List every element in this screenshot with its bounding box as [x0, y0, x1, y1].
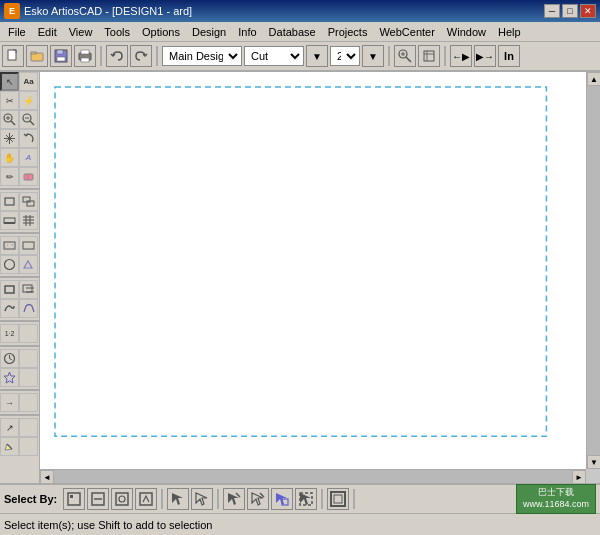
- toolbar-save[interactable]: [50, 45, 72, 67]
- tool-measure[interactable]: [19, 255, 38, 274]
- tool-grid[interactable]: [19, 211, 38, 230]
- toolbar-properties[interactable]: [418, 45, 440, 67]
- toolbar-down-arrow[interactable]: ▼: [306, 45, 328, 67]
- tool-polygon[interactable]: [0, 255, 19, 274]
- tool-blank7: [19, 437, 38, 456]
- menu-edit[interactable]: Edit: [32, 24, 63, 40]
- menu-options[interactable]: Options: [136, 24, 186, 40]
- select-by-btn-2[interactable]: [87, 488, 109, 510]
- menu-projects[interactable]: Projects: [322, 24, 374, 40]
- tool-star[interactable]: [0, 368, 19, 387]
- tool-box1[interactable]: [0, 192, 19, 211]
- app-icon: E: [4, 3, 20, 19]
- tool-rect2[interactable]: [19, 280, 38, 299]
- tool-scissors[interactable]: ✂: [0, 91, 19, 110]
- scrollbar-horizontal[interactable]: ◄ ►: [40, 469, 586, 483]
- tool-curve[interactable]: [19, 236, 38, 255]
- watermark-line1: 巴士下载: [523, 487, 589, 499]
- toolbar-sep-3: [388, 46, 390, 66]
- tool-rect[interactable]: [0, 280, 19, 299]
- tool-number[interactable]: 1·2: [0, 324, 19, 343]
- tool-eraser[interactable]: [19, 167, 38, 186]
- tool-hand[interactable]: ✋: [0, 148, 19, 167]
- status-text: Select item(s); use Shift to add to sele…: [4, 519, 596, 531]
- toolbar-zoom-fit[interactable]: [394, 45, 416, 67]
- select-by-btn-1[interactable]: [63, 488, 85, 510]
- tool-blank5: [19, 393, 38, 412]
- tool-pan[interactable]: [0, 129, 19, 148]
- menu-view[interactable]: View: [63, 24, 99, 40]
- linetype-dropdown[interactable]: Cut Crease: [244, 46, 304, 66]
- tool-arc[interactable]: [0, 236, 19, 255]
- select-by-btn-3[interactable]: [111, 488, 133, 510]
- scroll-track-horizontal[interactable]: [54, 470, 572, 483]
- toolbar-navigate-back[interactable]: ←▶: [450, 45, 472, 67]
- scroll-track-vertical[interactable]: [587, 86, 600, 455]
- title-bar: E Esko ArtiosCAD - [DESIGN1 - ard] ─ □ ✕: [0, 0, 600, 22]
- main-toolbar: Main Design Cut Crease ▼ 2 1 3 ▼ ←▶ ▶→ I…: [0, 42, 600, 72]
- watermark-line2: www.11684.com: [523, 499, 589, 511]
- title-text: Esko ArtiosCAD - [DESIGN1 - ard]: [24, 5, 192, 17]
- select-mode-btn-3[interactable]: [223, 488, 245, 510]
- tool-row-3: [0, 110, 39, 129]
- menu-tools[interactable]: Tools: [98, 24, 136, 40]
- toolbar-open[interactable]: [26, 45, 48, 67]
- canvas-area[interactable]: ▲ ▼ ◄ ►: [40, 72, 600, 483]
- tool-line[interactable]: [0, 211, 19, 230]
- select-mode-btn-4[interactable]: [247, 488, 269, 510]
- select-by-btn-4[interactable]: [135, 488, 157, 510]
- select-frame-btn[interactable]: [327, 488, 349, 510]
- toolbar-new[interactable]: [2, 45, 24, 67]
- toolbar-print[interactable]: [74, 45, 96, 67]
- tool-zoom-out[interactable]: [19, 110, 38, 129]
- menu-window[interactable]: Window: [441, 24, 492, 40]
- select-mode-btn-2[interactable]: [191, 488, 213, 510]
- scroll-right-button[interactable]: ►: [572, 470, 586, 483]
- maximize-button[interactable]: □: [562, 4, 578, 18]
- select-mode-btn-1[interactable]: [167, 488, 189, 510]
- number-select[interactable]: 2 1 3: [330, 46, 360, 66]
- tool-arrow[interactable]: →: [0, 393, 19, 412]
- tool-select[interactable]: ↖: [0, 72, 19, 91]
- svg-line-21: [30, 121, 34, 125]
- tool-box2[interactable]: [19, 192, 38, 211]
- svg-rect-48: [55, 87, 546, 436]
- title-controls[interactable]: ─ □ ✕: [544, 4, 596, 18]
- tool-zoom-in[interactable]: [0, 110, 19, 129]
- svg-rect-25: [5, 198, 14, 205]
- toolbar-undo[interactable]: [106, 45, 128, 67]
- minimize-button[interactable]: ─: [544, 4, 560, 18]
- menu-database[interactable]: Database: [263, 24, 322, 40]
- select-mode-btn-6[interactable]: [295, 488, 317, 510]
- close-button[interactable]: ✕: [580, 4, 596, 18]
- tool-freeform[interactable]: [0, 299, 19, 318]
- tool-diag-arrow[interactable]: ↗: [0, 418, 19, 437]
- tool-pencil2[interactable]: [0, 437, 19, 456]
- toolbar-navigate-fwd[interactable]: ▶→: [474, 45, 496, 67]
- svg-marker-46: [4, 372, 15, 383]
- tool-pen[interactable]: ✏: [0, 167, 19, 186]
- toolbar-down-arrow2[interactable]: ▼: [362, 45, 384, 67]
- scroll-down-button[interactable]: ▼: [587, 455, 600, 469]
- menu-file[interactable]: File: [2, 24, 32, 40]
- tool-rotate[interactable]: [19, 129, 38, 148]
- menu-help[interactable]: Help: [492, 24, 527, 40]
- tool-spline[interactable]: [19, 299, 38, 318]
- scroll-up-button[interactable]: ▲: [587, 72, 600, 86]
- menu-design[interactable]: Design: [186, 24, 232, 40]
- title-left: E Esko ArtiosCAD - [DESIGN1 - ard]: [4, 3, 192, 19]
- scroll-left-button[interactable]: ◄: [40, 470, 54, 483]
- toolbar-units[interactable]: In: [498, 45, 520, 67]
- select-by-label: Select By:: [4, 493, 57, 505]
- tool-blank2: [19, 324, 38, 343]
- tool-magic[interactable]: ⚡: [19, 91, 38, 110]
- menu-info[interactable]: Info: [232, 24, 262, 40]
- scrollbar-vertical[interactable]: ▲ ▼: [586, 72, 600, 469]
- menu-webcenter[interactable]: WebCenter: [373, 24, 440, 40]
- toolbar-redo[interactable]: [130, 45, 152, 67]
- tool-clock[interactable]: [0, 349, 19, 368]
- tool-pencil-text[interactable]: A: [19, 148, 38, 167]
- tool-text[interactable]: Aa: [19, 72, 38, 91]
- select-mode-btn-5[interactable]: [271, 488, 293, 510]
- design-dropdown[interactable]: Main Design: [162, 46, 242, 66]
